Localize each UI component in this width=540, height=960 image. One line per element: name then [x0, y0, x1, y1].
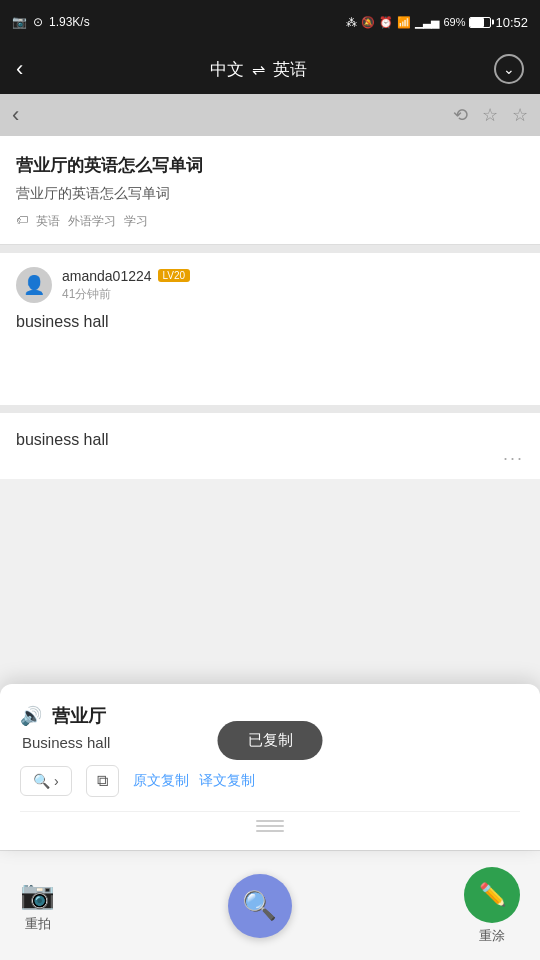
status-bar-left: 📷 ⊙ 1.93K/s: [12, 15, 90, 29]
signal-icon: ▁▃▅: [415, 16, 439, 29]
sub-header-icons: ⟲ ☆ ☆: [453, 104, 528, 126]
header-title-right: 英语: [273, 58, 307, 81]
search-center-button[interactable]: 🔍: [228, 874, 292, 938]
popup-search-button[interactable]: 🔍 ›: [20, 766, 72, 796]
back-button[interactable]: ‹: [16, 56, 23, 82]
popup-original-word: 营业厅: [52, 704, 106, 728]
status-bar-right: ⁂ 🔕 ⏰ 📶 ▁▃▅ 69% 10:52: [346, 15, 528, 30]
question-title: 营业厅的英语怎么写单词: [16, 154, 524, 177]
dots-icon: ⊙: [33, 15, 43, 29]
tag-3[interactable]: 学习: [124, 213, 148, 230]
question-subtitle: 营业厅的英语怎么写单词: [16, 185, 524, 203]
menu-dropdown-button[interactable]: ⌄: [494, 54, 524, 84]
header-title: 中文 ⇌ 英语: [210, 58, 307, 81]
popup-translate-copy-button[interactable]: 译文复制: [199, 772, 255, 790]
popup-divider: [20, 811, 520, 840]
edit-icon: ✏️: [479, 882, 506, 908]
answer-user-info: 👤 amanda01224 LV20 41分钟前: [16, 267, 524, 303]
retake-label: 重拍: [25, 915, 51, 933]
wifi-icon: 📶: [397, 16, 411, 29]
more-options-dots[interactable]: ···: [503, 448, 524, 469]
sub-icon-1[interactable]: ⟲: [453, 104, 468, 126]
battery-icon: [469, 17, 491, 28]
photo-icon: 📷: [12, 15, 27, 29]
popup-drag-handle[interactable]: [256, 820, 284, 832]
header: ‹ 中文 ⇌ 英语 ⌄: [0, 44, 540, 94]
user-info: amanda01224 LV20 41分钟前: [62, 268, 190, 303]
user-badge: LV20: [158, 269, 191, 282]
bluetooth-icon: ⁂: [346, 16, 357, 29]
tag-1[interactable]: 英语: [36, 213, 60, 230]
sub-icon-2[interactable]: ☆: [482, 104, 498, 126]
avatar: 👤: [16, 267, 52, 303]
battery-level: 69%: [443, 16, 465, 28]
chevron-down-icon: ⌄: [503, 61, 515, 77]
retake-button[interactable]: 📷 重拍: [20, 878, 55, 933]
speaker-icon[interactable]: 🔊: [20, 705, 42, 727]
username-row: amanda01224 LV20: [62, 268, 190, 284]
popup-original-copy-button[interactable]: 原文复制: [133, 772, 189, 790]
status-bar: 📷 ⊙ 1.93K/s ⁂ 🔕 ⏰ 📶 ▁▃▅ 69% 10:52: [0, 0, 540, 44]
copied-toast-text: 已复制: [248, 731, 293, 748]
mute-icon: 🔕: [361, 16, 375, 29]
popup-copy-icon-button[interactable]: ⧉: [86, 765, 119, 797]
sub-header: ‹ ⟲ ☆ ☆: [0, 94, 540, 136]
second-answer-text: business hall: [16, 431, 524, 449]
copied-toast: 已复制: [218, 721, 323, 760]
sub-back-button[interactable]: ‹: [12, 102, 19, 128]
main-content: 营业厅的英语怎么写单词 营业厅的英语怎么写单词 🏷 英语 外语学习 学习 👤 a…: [0, 136, 540, 479]
sub-icon-3[interactable]: ☆: [512, 104, 528, 126]
tag-2[interactable]: 外语学习: [68, 213, 116, 230]
search-icon: 🔍: [33, 773, 50, 789]
answer-section: 👤 amanda01224 LV20 41分钟前 business hall: [0, 253, 540, 405]
second-answer: business hall ···: [0, 413, 540, 479]
username: amanda01224: [62, 268, 152, 284]
search-center-icon: 🔍: [242, 889, 277, 922]
alarm-icon: ⏰: [379, 16, 393, 29]
speed-indicator: 1.93K/s: [49, 15, 90, 29]
redraw-wrapper: ✏️ 重涂: [464, 867, 520, 945]
question-tags: 🏷 英语 外语学习 学习: [16, 213, 524, 230]
bottom-toolbar: 📷 重拍 🔍 ✏️ 重涂: [0, 850, 540, 960]
redraw-label: 重涂: [479, 927, 505, 945]
tag-icon: 🏷: [16, 213, 28, 230]
question-card: 营业厅的英语怎么写单词 营业厅的英语怎么写单词 🏷 英语 外语学习 学习: [0, 136, 540, 245]
translate-direction-icon: ⇌: [252, 60, 265, 79]
header-title-left: 中文: [210, 58, 244, 81]
answer-time: 41分钟前: [62, 286, 190, 303]
camera-icon: 📷: [20, 878, 55, 911]
redraw-button[interactable]: ✏️: [464, 867, 520, 923]
popup-actions: 🔍 › ⧉ 原文复制 译文复制: [20, 765, 520, 797]
answer-text: business hall: [16, 313, 524, 331]
translation-popup: 🔊 营业厅 Business hall 🔍 › ⧉ 原文复制 译文复制: [0, 684, 540, 850]
status-time: 10:52: [495, 15, 528, 30]
